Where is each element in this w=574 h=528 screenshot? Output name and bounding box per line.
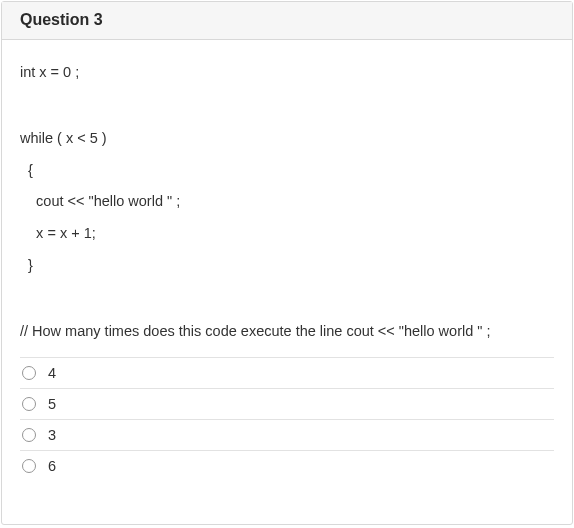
option-row[interactable]: 3 (20, 420, 554, 451)
question-text: // How many times does this code execute… (20, 323, 554, 339)
option-row[interactable]: 4 (20, 358, 554, 389)
radio-option-2[interactable] (22, 397, 36, 411)
code-line-4: cout << "hello world " ; (20, 191, 554, 213)
option-label: 6 (48, 458, 56, 474)
question-title: Question 3 (20, 11, 103, 28)
code-block: int x = 0 ; while ( x < 5 ) { cout << "h… (20, 62, 554, 277)
code-line-1: int x = 0 ; (20, 62, 554, 84)
option-row[interactable]: 5 (20, 389, 554, 420)
options-list: 4 5 3 6 (20, 357, 554, 481)
code-line-3: { (20, 160, 554, 182)
spacer (20, 277, 554, 323)
option-label: 5 (48, 396, 56, 412)
option-row[interactable]: 6 (20, 451, 554, 481)
radio-option-4[interactable] (22, 459, 36, 473)
code-line-2: while ( x < 5 ) (20, 128, 554, 150)
question-card: Question 3 int x = 0 ; while ( x < 5 ) {… (1, 1, 573, 525)
option-label: 4 (48, 365, 56, 381)
radio-option-3[interactable] (22, 428, 36, 442)
option-label: 3 (48, 427, 56, 443)
code-line-5: x = x + 1; (20, 223, 554, 245)
card-header: Question 3 (2, 2, 572, 40)
code-line-6: } (20, 255, 554, 277)
card-body: int x = 0 ; while ( x < 5 ) { cout << "h… (2, 40, 572, 485)
radio-option-1[interactable] (22, 366, 36, 380)
spacer (20, 84, 554, 128)
